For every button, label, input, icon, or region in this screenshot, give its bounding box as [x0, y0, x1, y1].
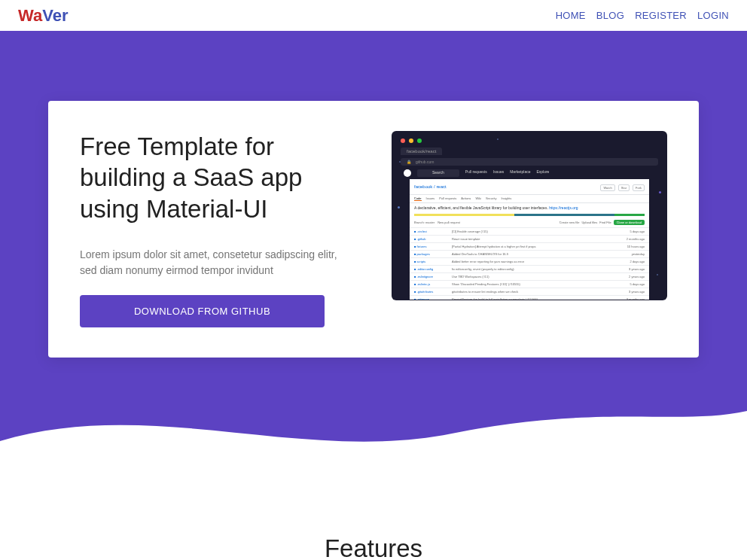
watch-stat: Watch	[600, 184, 614, 191]
file-time: 5 days ago	[630, 282, 645, 286]
menu-issues: Issues	[493, 169, 504, 177]
navbar: WaVer HOME BLOG REGISTER LOGIN	[0, 0, 747, 31]
tab-insights: Insights	[501, 196, 511, 201]
menu-pull: Pull requests	[465, 169, 487, 177]
upload-files: Upload files	[581, 221, 597, 224]
browser-menu: Search Pull requests Issues Marketplace …	[396, 167, 663, 179]
file-time: 2 days ago	[630, 260, 645, 263]
logo-wa: Wa	[18, 6, 42, 26]
download-button[interactable]: DOWNLOAD FROM GITHUB	[80, 295, 325, 327]
file-time: 3 months ago	[627, 297, 645, 300]
file-name: ■ scripts	[414, 260, 452, 263]
file-row: ■ fixtures[Partial Hydration] Attempt hy…	[410, 242, 649, 250]
file-name: ■ fixtures	[414, 245, 452, 248]
file-msg: fix editorconfig, revert (properly to ed…	[452, 267, 629, 271]
tab-pulls: Pull requests	[439, 196, 456, 201]
nav-blog[interactable]: BLOG	[596, 10, 624, 21]
browser-addressbar: 🔒 github.com	[401, 158, 658, 166]
file-msg: [CI] Enable coverage (#15)	[452, 230, 630, 233]
file-row: ■ .circleci[CI] Enable coverage (#15)5 d…	[410, 227, 649, 235]
hero-card: Free Template for building a SaaS app us…	[48, 101, 699, 358]
github-icon	[404, 169, 411, 177]
find-file: Find File	[599, 221, 611, 224]
nav-login[interactable]: LOGIN	[697, 10, 729, 21]
minimize-dot-icon	[409, 138, 413, 143]
maximize-dot-icon	[417, 138, 422, 143]
file-row: ■ .eslintignoreUse TBD Workspaces (#11)2…	[410, 272, 649, 280]
features-section: Features	[0, 463, 747, 560]
browser-tab: facebook/react	[401, 148, 442, 155]
menu-marketplace: Marketplace	[510, 169, 530, 177]
search-placeholder: Search	[417, 169, 459, 177]
nav-register[interactable]: REGISTER	[635, 10, 687, 21]
clone-button: Clone or download	[614, 220, 645, 225]
file-row: ■ packagesAdded DevTools to CHANGELOG fo…	[410, 250, 649, 257]
file-time: 3 years ago	[629, 267, 645, 271]
branch-selector: Branch: master	[414, 221, 434, 224]
features-title: Features	[0, 534, 747, 560]
file-msg: Added better error reporting for yarn wa…	[452, 260, 630, 263]
hero-left: Free Template for building a SaaS app us…	[80, 131, 355, 327]
tab-code: Code	[414, 196, 422, 201]
repo-header: facebook / react Watch Star Fork	[410, 179, 649, 195]
file-time: 3 years ago	[629, 290, 645, 294]
file-name: ■ .gitignore	[414, 297, 452, 300]
file-row: ■ .githubReact issue template2 months ag…	[410, 235, 649, 242]
browser-tabs: facebook/react	[396, 146, 663, 157]
file-time: 5 days ago	[630, 230, 645, 233]
repo-name: facebook / react	[414, 184, 447, 189]
logo[interactable]: WaVer	[18, 6, 68, 26]
hero-subtitle: Lorem ipsum dolor sit amet, consetetur s…	[80, 247, 355, 278]
tab-wiki: Wiki	[475, 196, 481, 201]
repo-description: A declarative, efficient, and flexible J…	[410, 203, 649, 212]
lang-green	[614, 214, 645, 216]
hero-title: Free Template for building a SaaS app us…	[80, 131, 355, 224]
tab-security: Security	[486, 196, 496, 201]
file-msg: Show 'Discarded Pending Features (#10)' …	[452, 282, 630, 286]
hero-section: Free Template for building a SaaS app us…	[0, 31, 747, 463]
language-bar	[414, 214, 645, 216]
file-time: yesterday	[632, 252, 645, 256]
file-name: ■ .github	[414, 237, 452, 241]
file-time: 2 years ago	[629, 275, 645, 278]
file-name: ■ .circleci	[414, 230, 452, 233]
repo-actions: Branch: master New pull request Create n…	[410, 218, 649, 227]
tab-issues: Issues	[426, 196, 435, 201]
nav-links: HOME BLOG REGISTER LOGIN	[556, 10, 729, 21]
file-row: ■ .gitattributesgitattributes to ensure …	[410, 288, 649, 295]
browser-mockup: facebook/react 🔒 github.com Search Pull …	[392, 131, 667, 300]
lock-icon: 🔒	[407, 160, 411, 164]
file-row: ■ scriptsAdded better error reporting fo…	[410, 257, 649, 265]
hero-right: facebook/react 🔒 github.com Search Pull …	[392, 131, 667, 327]
wave-divider	[0, 388, 747, 464]
address-text: github.com	[416, 160, 434, 164]
menu-explore: Explore	[536, 169, 549, 177]
repo-nav-tabs: Code Issues Pull requests Actions Wiki S…	[410, 195, 649, 203]
close-dot-icon	[401, 138, 405, 143]
file-row: ■ .gitignorePersist/Restore the build to…	[410, 295, 649, 300]
tab-actions: Actions	[461, 196, 471, 201]
file-list: ■ .circleci[CI] Enable coverage (#15)5 d…	[410, 227, 649, 300]
file-name: ■ packages	[414, 252, 452, 256]
file-row: ■ .eslintrc.jsShow 'Discarded Pending Fe…	[410, 280, 649, 288]
file-name: ■ .eslintignore	[414, 275, 452, 278]
file-msg: Persist/Restore the build to full instal…	[452, 297, 627, 300]
window-controls	[396, 135, 663, 146]
file-msg: Use TBD Workspaces (#11)	[452, 275, 629, 278]
repo-stats: Watch Star Fork	[600, 184, 645, 191]
star-stat: Star	[618, 184, 630, 191]
file-msg: Added DevTools to CHANGELOG for 16.9	[452, 252, 632, 256]
file-name: ■ .editorconfig	[414, 267, 452, 271]
file-msg: [Partial Hydration] Attempt hydration at…	[452, 245, 627, 248]
nav-home[interactable]: HOME	[556, 10, 586, 21]
file-name: ■ .eslintrc.js	[414, 282, 452, 286]
lang-blue	[514, 214, 614, 216]
browser-content: facebook / react Watch Star Fork Code Is…	[410, 179, 649, 300]
file-row: ■ .editorconfigfix editorconfig, revert …	[410, 265, 649, 272]
file-time: 2 months ago	[627, 237, 645, 241]
create-file: Create new file	[559, 221, 580, 224]
fork-stat: Fork	[633, 184, 645, 191]
lang-yellow	[414, 214, 514, 216]
file-name: ■ .gitattributes	[414, 290, 452, 294]
file-time: 10 hours ago	[627, 245, 645, 248]
